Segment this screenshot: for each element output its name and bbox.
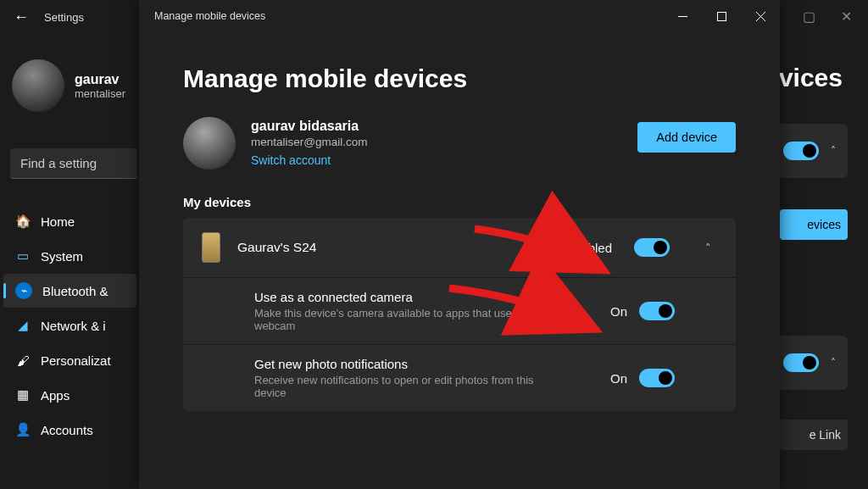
nav-bluetooth[interactable]: ⌁Bluetooth &: [3, 274, 136, 308]
option-state-label: On: [610, 371, 627, 386]
device-enabled-toggle[interactable]: [634, 238, 670, 257]
option-title: Get new photo notifications: [254, 357, 598, 371]
photo-notifications-toggle[interactable]: [639, 369, 675, 387]
settings-title: Settings: [44, 11, 84, 24]
device-header[interactable]: Gaurav's S24 Enabled ˄: [183, 218, 736, 277]
nav-accounts[interactable]: 👤Accounts: [3, 413, 136, 447]
chevron-up-icon[interactable]: ˄: [831, 357, 836, 369]
bg-maximize-button[interactable]: ▢: [790, 3, 827, 29]
settings-nav: 🏠Home ▭System ⌁Bluetooth & ◢Network & i …: [0, 203, 140, 447]
dialog-maximize-button[interactable]: [702, 0, 741, 32]
device-state-label: Enabled: [565, 241, 612, 255]
nav-apps[interactable]: ▦Apps: [3, 378, 136, 412]
option-connected-camera: Use as a connected camera Make this devi…: [183, 277, 736, 344]
bg-useremail: mentaliser: [75, 87, 125, 100]
option-desc: Make this device's camera available to a…: [254, 307, 551, 332]
page-title: Manage mobile devices: [183, 64, 736, 93]
option-desc: Receive new notifications to open or edi…: [254, 374, 551, 399]
brush-icon: 🖌: [15, 353, 31, 368]
nav-home[interactable]: 🏠Home: [3, 204, 136, 238]
nav-system[interactable]: ▭System: [3, 239, 136, 273]
chevron-up-icon[interactable]: ˄: [831, 145, 836, 157]
account-name: gaurav bidasaria: [251, 119, 368, 134]
back-arrow-icon[interactable]: ←: [14, 9, 29, 25]
device-name: Gaurav's S24: [237, 240, 548, 255]
dialog-close-button[interactable]: [741, 0, 780, 32]
option-state-label: On: [610, 304, 627, 319]
bg-toggle-2[interactable]: [783, 353, 819, 372]
bg-close-button[interactable]: ✕: [827, 3, 865, 29]
svg-rect-1: [717, 12, 726, 20]
apps-icon: ▦: [15, 387, 31, 403]
system-icon: ▭: [15, 248, 31, 264]
home-icon: 🏠: [15, 214, 31, 229]
switch-account-link[interactable]: Switch account: [251, 153, 331, 167]
wifi-icon: ◢: [15, 318, 31, 333]
chevron-up-icon[interactable]: ˄: [695, 242, 721, 254]
bg-avatar: [12, 59, 64, 112]
bluetooth-icon: ⌁: [15, 282, 32, 299]
bg-user-box[interactable]: gaurav mentaliser: [12, 59, 125, 112]
bg-username: gaurav: [75, 72, 125, 87]
nav-network[interactable]: ◢Network & i: [3, 308, 136, 342]
my-devices-label: My devices: [183, 195, 736, 209]
bg-toggle-1[interactable]: [783, 142, 819, 160]
manage-devices-dialog: Manage mobile devices Manage mobile devi…: [139, 0, 780, 489]
nav-personalization[interactable]: 🖌Personalizat: [3, 343, 136, 377]
option-photo-notifications: Get new photo notifications Receive new …: [183, 344, 736, 411]
dialog-title: Manage mobile devices: [154, 10, 265, 22]
bg-devices-button[interactable]: evices: [780, 209, 848, 240]
account-email: mentaliser@gmail.com: [251, 136, 368, 148]
dialog-minimize-button[interactable]: [663, 0, 702, 32]
add-device-button[interactable]: Add device: [637, 122, 736, 153]
account-row: gaurav bidasaria mentaliser@gmail.com Sw…: [183, 117, 736, 169]
connected-camera-toggle[interactable]: [639, 302, 675, 320]
account-avatar: [183, 117, 236, 169]
phone-icon: [202, 232, 220, 263]
dialog-titlebar: Manage mobile devices: [139, 0, 780, 32]
accounts-icon: 👤: [15, 422, 31, 437]
option-title: Use as a connected camera: [254, 290, 598, 304]
device-card: Gaurav's S24 Enabled ˄ Use as a connecte…: [183, 218, 736, 411]
settings-search-input[interactable]: Find a setting: [10, 148, 137, 179]
bg-link-button[interactable]: e Link: [780, 420, 848, 450]
